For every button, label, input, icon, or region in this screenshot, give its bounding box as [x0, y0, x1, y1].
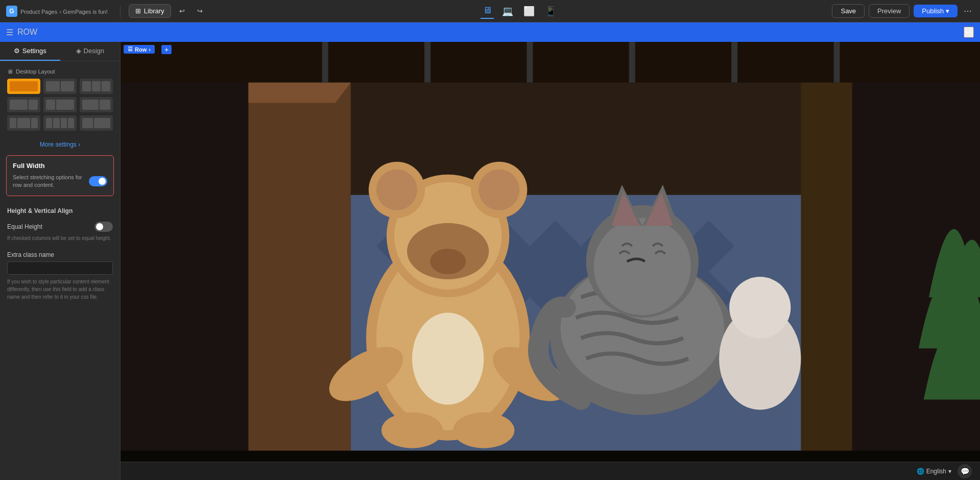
- col: [31, 118, 38, 128]
- col: [46, 118, 52, 128]
- language-label: English: [926, 468, 946, 475]
- chat-button[interactable]: 💬: [958, 464, 972, 478]
- bottom-bar: 🌐 English ▾ 💬: [121, 462, 980, 480]
- row-indicator-label: Row: [135, 46, 147, 53]
- col: [10, 100, 28, 110]
- row-indicator: ☰ Row ›: [124, 45, 155, 54]
- equal-height-row: Equal Height: [0, 219, 120, 235]
- svg-point-44: [594, 218, 691, 315]
- laptop-icon[interactable]: 💻: [500, 4, 515, 19]
- equal-height-toggle[interactable]: [94, 222, 113, 232]
- col: [82, 81, 91, 91]
- svg-point-40: [453, 413, 514, 448]
- logo: G Product Pages › GemPages is fun!: [6, 6, 108, 17]
- tab-design-label: Design: [84, 47, 104, 55]
- layout-two-col[interactable]: [43, 79, 77, 94]
- full-width-row: Select stretching options for row and co…: [13, 174, 107, 189]
- design-icon: ◈: [76, 47, 81, 55]
- svg-point-31: [376, 170, 417, 210]
- extra-class-section: Extra class name If you wish to style pa…: [0, 246, 120, 306]
- col: [10, 81, 38, 91]
- publish-label: Publish: [922, 7, 944, 15]
- settings-gear-icon: ⚙: [14, 47, 20, 55]
- layout-two-narrow-left[interactable]: [80, 97, 113, 112]
- full-width-toggle[interactable]: [89, 176, 107, 186]
- col: [100, 100, 110, 110]
- row-bar-back-button[interactable]: ←: [964, 27, 974, 38]
- extra-class-hint: If you wish to style particular content …: [7, 278, 113, 301]
- col: [46, 100, 55, 110]
- breadcrumb: Product Pages › GemPages is fun!: [20, 7, 108, 16]
- svg-rect-51: [121, 42, 980, 82]
- extra-class-label: Extra class name: [7, 251, 113, 258]
- layout-four-col[interactable]: [43, 115, 77, 131]
- equal-height-label: Equal Height: [7, 223, 42, 230]
- layout-three-unequal-a[interactable]: [7, 115, 40, 131]
- col: [46, 81, 60, 91]
- col: [94, 118, 110, 128]
- topbar: G Product Pages › GemPages is fun! ⊞ Lib…: [0, 0, 980, 22]
- layout-two-wide-right[interactable]: [43, 97, 77, 112]
- logo-icon: G: [6, 6, 17, 17]
- col: [10, 118, 16, 128]
- row-add-button[interactable]: +: [161, 45, 172, 54]
- redo-button[interactable]: ↪: [193, 5, 207, 17]
- full-width-description: Select stretching options for row and co…: [13, 174, 89, 189]
- publish-button[interactable]: Publish ▾: [914, 5, 958, 17]
- tab-settings[interactable]: ⚙ Settings: [0, 42, 60, 61]
- grid-icon: ⊞: [135, 7, 141, 15]
- row-indicator-chevron: ›: [149, 46, 151, 53]
- svg-point-50: [729, 277, 791, 338]
- save-button[interactable]: Save: [832, 4, 865, 18]
- row-bar-label: ROW: [17, 28, 37, 37]
- col: [53, 118, 59, 128]
- col: [92, 81, 101, 91]
- full-width-section: Full Width Select stretching options for…: [6, 155, 114, 196]
- layout-two-narrow-right[interactable]: [80, 115, 113, 131]
- topbar-actions: Save Preview Publish ▾ ⋯: [832, 4, 974, 18]
- library-button[interactable]: ⊞ Library: [129, 4, 171, 18]
- col: [29, 100, 38, 110]
- layout-two-wide-left[interactable]: [7, 97, 40, 112]
- col: [82, 100, 99, 110]
- layout-single[interactable]: [7, 79, 40, 94]
- col: [82, 118, 93, 128]
- col: [61, 81, 75, 91]
- row-bar-icon: ☰: [6, 28, 13, 37]
- svg-point-38: [412, 313, 484, 404]
- height-vertical-heading: Height & Vertical Align: [0, 200, 120, 219]
- col: [102, 81, 110, 91]
- extra-class-input[interactable]: [7, 261, 113, 275]
- sidebar-tabs: ⚙ Settings ◈ Design: [0, 42, 120, 61]
- monitor-icon: 🖥: [7, 68, 13, 75]
- breadcrumb-parent: Product Pages: [20, 9, 57, 15]
- col: [56, 100, 74, 110]
- svg-point-33: [479, 170, 519, 210]
- layout-three-col[interactable]: [80, 79, 113, 94]
- preview-button[interactable]: Preview: [869, 4, 910, 18]
- desktop-icon[interactable]: 🖥: [481, 3, 494, 19]
- desktop-layout-label: Desktop Layout: [16, 68, 55, 75]
- canvas: ☰ Row › +: [121, 42, 980, 480]
- equal-height-hint: If checked columns will be set to equal …: [0, 235, 120, 246]
- divider-1: [120, 5, 121, 17]
- undo-button[interactable]: ↩: [175, 5, 189, 17]
- col: [68, 118, 74, 128]
- device-switcher: 🖥 💻 ⬜ 📱: [211, 3, 828, 19]
- tablet-icon[interactable]: ⬜: [521, 4, 537, 19]
- col: [17, 118, 31, 128]
- mobile-icon[interactable]: 📱: [543, 4, 558, 19]
- canvas-photo: [121, 42, 980, 480]
- publish-chevron: ▾: [946, 7, 949, 15]
- row-bar: ☰ ROW ←: [0, 22, 980, 42]
- language-selector[interactable]: 🌐 English ▾: [917, 468, 951, 475]
- canvas-svg: [121, 42, 980, 480]
- tab-design[interactable]: ◈ Design: [60, 42, 121, 61]
- more-options-button[interactable]: ⋯: [962, 4, 974, 18]
- more-settings-link[interactable]: More settings ›: [0, 138, 120, 151]
- svg-marker-3: [248, 82, 350, 103]
- svg-point-35: [430, 249, 466, 274]
- chat-icon-glyph: 💬: [961, 467, 969, 475]
- main-layout: ⚙ Settings ◈ Design 🖥 Desktop Layout: [0, 42, 980, 480]
- full-width-title: Full Width: [13, 162, 107, 170]
